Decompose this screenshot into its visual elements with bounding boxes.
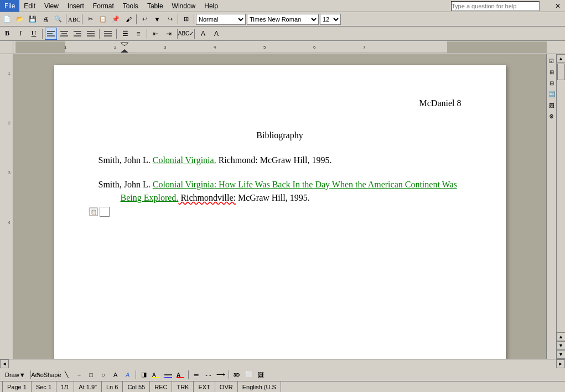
spell-check-button[interactable]: ABC	[68, 13, 80, 25]
increase-indent-button[interactable]: ⇥	[163, 28, 175, 40]
align-right-button[interactable]	[71, 28, 84, 40]
redo-button[interactable]: ↪	[164, 13, 176, 25]
line-spacing-button[interactable]	[102, 28, 114, 40]
menu-edit[interactable]: Edit	[19, 0, 40, 12]
entry1-rest: Richmond: McGraw Hill, 1995.	[216, 155, 332, 165]
bold-button[interactable]: B	[1, 28, 13, 40]
h-scroll-right-button[interactable]: ►	[556, 359, 565, 368]
table-button[interactable]: ⊞	[180, 13, 192, 25]
spelling-button[interactable]: ABC✓	[180, 28, 192, 40]
svg-text:1: 1	[64, 45, 67, 50]
bib-entry-1[interactable]: Smith, John L. Colonial Virginia. Richmo…	[99, 154, 462, 167]
scroll-prev-page[interactable]: ▲	[557, 332, 566, 341]
font-color-draw-button[interactable]: A	[175, 369, 186, 380]
decrease-indent-button[interactable]: ⇤	[149, 28, 162, 40]
menu-help[interactable]: Help	[200, 0, 222, 12]
oval-tool[interactable]: ○	[98, 369, 109, 380]
h-scroll-track[interactable]	[9, 359, 556, 368]
justify-button[interactable]	[85, 28, 97, 40]
save-button[interactable]: 💾	[27, 13, 39, 25]
scroll-thumb[interactable]	[557, 64, 565, 80]
undo-button[interactable]: ↩	[138, 13, 151, 25]
menu-table[interactable]: Table	[143, 0, 168, 12]
font-color-button[interactable]: A	[210, 28, 222, 40]
bottom-area: ◄ ► Draw ▼ ↖ AutoShapes ▼ ╲ → □ ○ A A ◨ …	[0, 359, 565, 392]
menu-tools[interactable]: Tools	[118, 0, 143, 12]
line-style-button[interactable]: ═	[191, 369, 202, 380]
highlight-button[interactable]: A	[197, 28, 209, 40]
shadow-tool[interactable]: ◨	[138, 369, 149, 380]
sidebar-icon-5[interactable]: 🖼	[547, 101, 556, 109]
bullets-button[interactable]: ☰	[119, 28, 131, 40]
menu-view[interactable]: View	[40, 0, 63, 12]
3d-button[interactable]: 3D	[231, 369, 242, 380]
status-page-of: 1/1	[56, 381, 74, 392]
align-left-button[interactable]	[45, 28, 57, 40]
textbox-tool[interactable]: A	[110, 369, 121, 380]
scroll-track[interactable]	[557, 63, 566, 198]
arrow-style-button[interactable]: ⟶	[215, 369, 226, 380]
open-button[interactable]: 📂	[14, 13, 26, 25]
fmt-sep6	[194, 29, 195, 39]
page-header-right: McDaniel 8	[99, 98, 462, 108]
format-painter-button[interactable]: 🖌	[122, 13, 134, 25]
print-button[interactable]: 🖨	[39, 13, 51, 25]
entry1-author: Smith, John L.	[99, 155, 153, 165]
help-search-input[interactable]	[451, 1, 540, 11]
italic-button[interactable]: I	[14, 28, 27, 40]
svg-text:4: 4	[214, 45, 216, 50]
bib-entry-2[interactable]: Smith, John L. Colonial Virginia: How Li…	[99, 178, 462, 220]
fmt-sep4	[147, 29, 147, 39]
svg-text:6: 6	[313, 45, 316, 50]
dash-style-button[interactable]: - -	[203, 369, 214, 380]
scroll-up-button[interactable]: ▲	[557, 54, 566, 63]
undo-dropdown[interactable]: ▼	[151, 13, 163, 25]
autoshapes-button[interactable]: AutoShapes ▼	[45, 369, 56, 380]
cut-button[interactable]: ✂	[84, 13, 96, 25]
arrow-tool[interactable]: →	[74, 369, 85, 380]
toolbar-formatting: B I U ☰ ≡ ⇤ ⇥ ABC✓ A A	[0, 27, 565, 41]
help-close-btn[interactable]: ✕	[551, 0, 565, 12]
font-select[interactable]: Times New Roman	[247, 14, 319, 25]
status-trk: TRK	[172, 381, 194, 392]
sidebar-icon-4[interactable]: 🔤	[547, 90, 556, 98]
copy-button[interactable]: 📋	[97, 13, 109, 25]
print-preview-button[interactable]: 🔍	[52, 13, 64, 25]
sidebar-icon-1[interactable]: ☑	[547, 56, 556, 65]
paste-options-icon[interactable]: 📋	[100, 207, 110, 217]
vruler-mark-4: 4	[8, 220, 11, 225]
vertical-scrollbar[interactable]: ▲ ▲ ▼ ▼	[556, 54, 565, 359]
menu-window[interactable]: Window	[168, 0, 200, 12]
menu-format[interactable]: Format	[89, 0, 118, 12]
left-panel: 1 2 3 4	[0, 41, 13, 359]
scroll-next-page[interactable]: ▼	[557, 341, 566, 350]
sidebar-icon-3[interactable]: ⊟	[547, 79, 556, 87]
svg-rect-16	[15, 41, 65, 53]
menu-file[interactable]: File	[0, 0, 19, 12]
wordart-tool[interactable]: A	[122, 369, 133, 380]
underline-button[interactable]: U	[28, 28, 40, 40]
scroll-down-button[interactable]: ▼	[557, 350, 566, 359]
menu-insert[interactable]: Insert	[63, 0, 89, 12]
insert-picture-button[interactable]: 🖼	[256, 369, 267, 380]
horizontal-scrollbar[interactable]: ◄ ►	[0, 359, 565, 368]
style-select[interactable]: Normal	[196, 14, 246, 25]
svg-text:2: 2	[114, 45, 117, 50]
paste-button[interactable]: 📌	[110, 13, 122, 25]
sidebar-icon-2[interactable]: ⊞	[547, 67, 556, 76]
rect-tool[interactable]: □	[86, 369, 97, 380]
entry2-author: Smith, John L.	[99, 180, 153, 189]
font-size-select[interactable]: 12	[320, 14, 341, 25]
line-tool[interactable]: ╲	[61, 369, 72, 380]
line-color-button[interactable]	[163, 369, 174, 380]
align-center-button[interactable]	[58, 28, 70, 40]
draw-label-button[interactable]: Draw ▼	[2, 369, 28, 380]
numbering-button[interactable]: ≡	[132, 28, 144, 40]
svg-text:📋: 📋	[91, 209, 97, 216]
fill-color-button[interactable]: A	[151, 369, 162, 380]
canvas-button[interactable]: ⬜	[243, 369, 255, 380]
fmt-sep1	[42, 29, 43, 39]
sidebar-icon-6[interactable]: ⚙	[547, 112, 556, 121]
h-scroll-left-button[interactable]: ◄	[0, 359, 9, 368]
new-doc-button[interactable]: 📄	[1, 13, 13, 25]
